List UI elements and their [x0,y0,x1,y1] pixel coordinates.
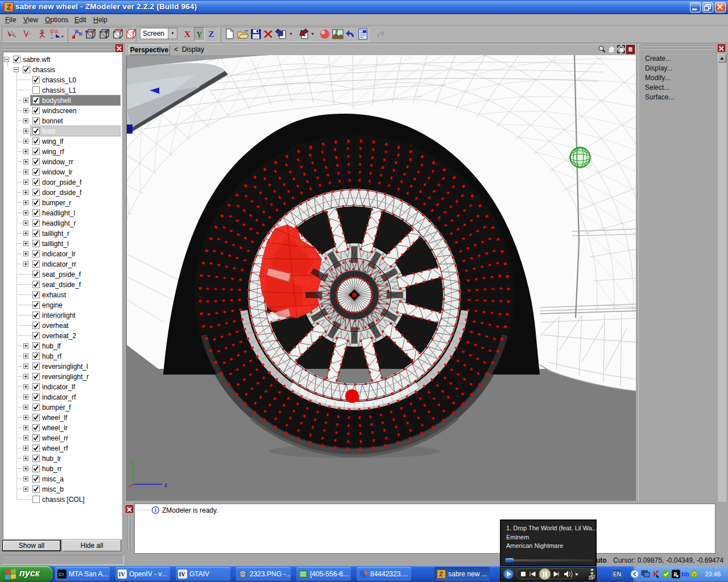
svg-text:C:\: C:\ [59,572,64,576]
svg-text:bb: bb [681,571,689,577]
svg-text:IV: IV [119,571,126,577]
svg-text:y: y [131,458,134,464]
svg-text:IV: IV [179,571,186,577]
svg-text:Z: Z [439,571,443,577]
svg-text:z: z [164,482,167,488]
